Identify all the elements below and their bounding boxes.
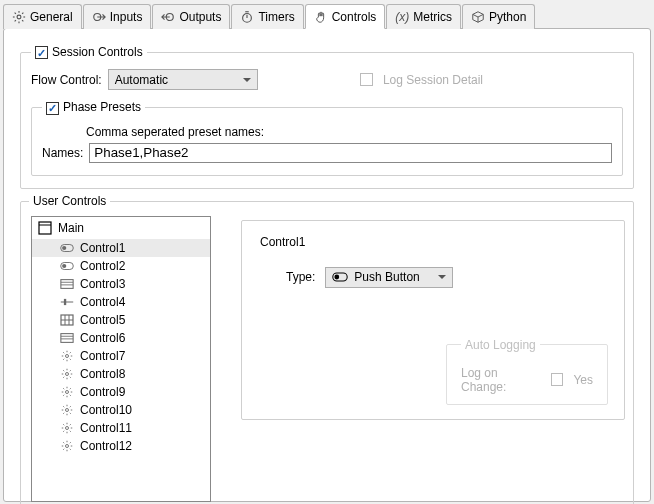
tab-general[interactable]: General	[3, 4, 82, 29]
sun-icon	[60, 350, 74, 362]
tree-item-label: Control3	[80, 277, 125, 291]
tree-item[interactable]: Control2	[32, 257, 210, 275]
names-label: Names:	[42, 146, 83, 160]
tree-item[interactable]: Control11	[32, 419, 210, 437]
menu-icon	[60, 278, 74, 290]
phase-presets-checkbox[interactable]	[46, 102, 59, 115]
grid-icon	[60, 314, 74, 326]
flow-control-value: Automatic	[115, 73, 168, 87]
tab-inputs[interactable]: Inputs	[83, 4, 152, 29]
tab-panel-controls: Session Controls Flow Control: Automatic…	[3, 28, 651, 502]
toggle-icon	[60, 260, 74, 272]
tree-item[interactable]: Control1	[32, 239, 210, 257]
session-controls-group: Session Controls Flow Control: Automatic…	[20, 45, 634, 189]
control-details: Control1 Type: Push Button Auto Logging …	[241, 220, 625, 420]
type-combo[interactable]: Push Button	[325, 267, 453, 288]
toggle-icon	[332, 272, 348, 282]
tree-item[interactable]: Control5	[32, 311, 210, 329]
tab-python[interactable]: Python	[462, 4, 535, 29]
cube-icon	[471, 10, 485, 24]
tree-item-label: Control5	[80, 313, 125, 327]
log-session-detail-checkbox	[360, 73, 373, 86]
tab-bar: GeneralInputsOutputsTimersControls(x)Met…	[0, 0, 654, 28]
gear-icon	[12, 10, 26, 24]
tree-item-label: Control1	[80, 241, 125, 255]
tree-item-label: Control7	[80, 349, 125, 363]
tree-item-label: Control9	[80, 385, 125, 399]
tree-item-label: Control10	[80, 403, 132, 417]
tab-timers[interactable]: Timers	[231, 4, 303, 29]
tree-item-label: Control2	[80, 259, 125, 273]
type-label: Type:	[286, 270, 315, 284]
session-controls-legend[interactable]: Session Controls	[31, 45, 147, 59]
phase-presets-legend[interactable]: Phase Presets	[42, 100, 145, 114]
tree-item-label: Control11	[80, 421, 132, 435]
fx-icon: (x)	[395, 10, 409, 24]
tree-item[interactable]: Control9	[32, 383, 210, 401]
log-on-change-checkbox	[551, 373, 563, 386]
sun-icon	[60, 422, 74, 434]
tree-item[interactable]: Control6	[32, 329, 210, 347]
menu-icon	[60, 332, 74, 344]
auto-logging-legend: Auto Logging	[461, 338, 540, 352]
control-title: Control1	[260, 235, 606, 249]
tree-item[interactable]: Control7	[32, 347, 210, 365]
tree-item[interactable]: Control3	[32, 275, 210, 293]
out-icon	[161, 10, 175, 24]
log-on-change-yes: Yes	[573, 373, 593, 387]
tree-item[interactable]: Control8	[32, 365, 210, 383]
phase-presets-hint: Comma seperated preset names:	[86, 125, 612, 139]
flow-control-label: Flow Control:	[31, 73, 102, 87]
in-icon	[92, 10, 106, 24]
tab-controls[interactable]: Controls	[305, 4, 386, 29]
type-value: Push Button	[354, 270, 419, 284]
tree-item-label: Control6	[80, 331, 125, 345]
chevron-down-icon	[438, 275, 446, 279]
auto-logging-group: Auto Logging Log on Change: Yes	[446, 338, 608, 405]
chevron-down-icon	[243, 78, 251, 82]
tree-item-label: Control4	[80, 295, 125, 309]
tree-item[interactable]: Control12	[32, 437, 210, 455]
hand-icon	[314, 10, 328, 24]
controls-tree[interactable]: Main Control1Control2Control3Control4Con…	[31, 216, 211, 502]
flow-control-combo[interactable]: Automatic	[108, 69, 258, 90]
phase-presets-group: Phase Presets Comma seperated preset nam…	[31, 100, 623, 175]
names-input[interactable]	[89, 143, 612, 163]
session-controls-checkbox[interactable]	[35, 46, 48, 59]
tree-root[interactable]: Main	[32, 217, 210, 239]
form-icon	[38, 221, 52, 235]
log-session-detail: Log Session Detail	[360, 73, 483, 87]
sun-icon	[60, 386, 74, 398]
tree-item-label: Control12	[80, 439, 132, 453]
slider-icon	[60, 296, 74, 308]
tree-item-label: Control8	[80, 367, 125, 381]
log-on-change-label: Log on Change:	[461, 366, 539, 394]
sun-icon	[60, 368, 74, 380]
tab-outputs[interactable]: Outputs	[152, 4, 230, 29]
toggle-icon	[60, 242, 74, 254]
tab-metrics[interactable]: (x)Metrics	[386, 4, 461, 29]
tree-item[interactable]: Control4	[32, 293, 210, 311]
tree-item[interactable]: Control10	[32, 401, 210, 419]
sun-icon	[60, 404, 74, 416]
timer-icon	[240, 10, 254, 24]
user-controls-group: User Controls Main Control1Control2Contr…	[20, 201, 634, 504]
sun-icon	[60, 440, 74, 452]
user-controls-legend: User Controls	[29, 194, 110, 208]
